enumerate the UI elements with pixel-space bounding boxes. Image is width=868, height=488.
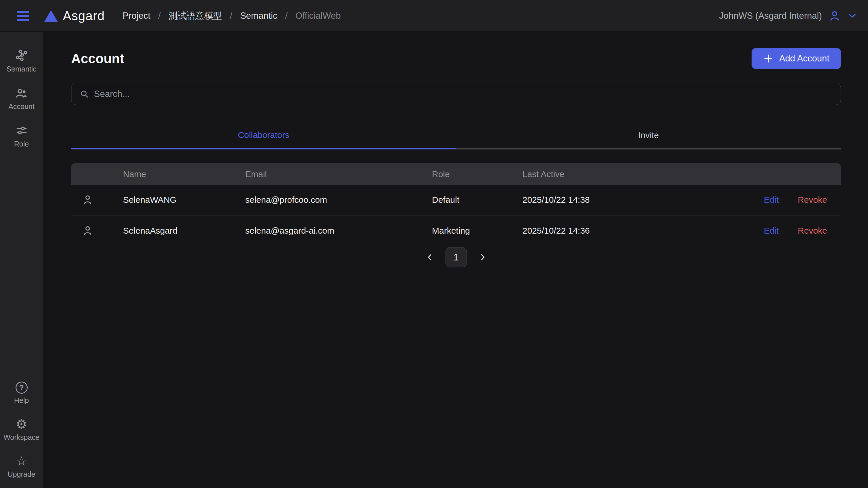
main-content: Account Add Account Collaborators Invite	[43, 32, 868, 488]
user-avatar-icon	[828, 9, 841, 22]
cell-last-active: 2025/10/22 14:36	[523, 226, 763, 236]
search-box	[71, 83, 841, 105]
column-header-name: Name	[123, 169, 245, 179]
sidebar-item-role[interactable]: Role	[0, 121, 43, 151]
sidebar-item-upgrade[interactable]: ☆ Upgrade	[0, 452, 43, 481]
tabs: Collaborators Invite	[71, 122, 841, 149]
cell-name: SelenaWANG	[123, 195, 245, 205]
sidebar-item-semantic[interactable]: Semantic	[0, 46, 43, 76]
pagination-prev-button[interactable]	[424, 251, 436, 263]
edit-link[interactable]: Edit	[764, 226, 779, 236]
app-name: Asgard	[63, 9, 104, 23]
sidebar-item-workspace[interactable]: ⚙ Workspace	[0, 415, 43, 444]
account-menu[interactable]: JohnWS (Asgard Internal)	[719, 9, 857, 22]
star-icon: ☆	[16, 455, 27, 467]
person-avatar-icon	[82, 225, 94, 237]
sidebar-label-semantic: Semantic	[6, 65, 36, 73]
column-header-role: Role	[432, 169, 523, 179]
breadcrumb-item-semantic[interactable]: Semantic	[240, 11, 277, 21]
pagination: 1	[71, 247, 841, 267]
sidebar-label-role: Role	[14, 140, 29, 148]
page-title: Account	[71, 51, 124, 66]
cell-email: selena@asgard-ai.com	[245, 226, 432, 236]
logo-triangle-icon	[44, 10, 58, 22]
cell-role: Marketing	[432, 226, 523, 236]
chevron-right-icon	[478, 253, 487, 262]
tab-invite[interactable]: Invite	[456, 122, 841, 149]
breadcrumb: Project / 測試語意模型 / Semantic / OfficialWe…	[122, 10, 341, 22]
table-row: SelenaAsgard selena@asgard-ai.com Market…	[71, 216, 841, 246]
breadcrumb-separator: /	[158, 11, 161, 21]
user-label: JohnWS (Asgard Internal)	[719, 11, 822, 21]
pagination-next-button[interactable]	[477, 251, 489, 263]
revoke-link[interactable]: Revoke	[798, 195, 827, 205]
revoke-link[interactable]: Revoke	[798, 226, 827, 236]
cell-email: selena@profcoo.com	[245, 195, 432, 205]
cell-name: SelenaAsgard	[123, 226, 245, 236]
menu-hamburger-icon[interactable]	[17, 11, 29, 21]
breadcrumb-separator: /	[230, 11, 232, 21]
column-header-last-active: Last Active	[523, 169, 763, 179]
semantic-graph-icon	[15, 49, 28, 62]
help-circle-icon: ?	[16, 381, 28, 394]
column-header-email: Email	[245, 169, 432, 179]
sidebar-label-upgrade: Upgrade	[8, 470, 35, 479]
breadcrumb-separator: /	[285, 11, 288, 21]
breadcrumb-item-model[interactable]: 測試語意模型	[168, 10, 222, 22]
breadcrumb-item-officialweb: OfficialWeb	[296, 11, 341, 21]
gear-icon: ⚙	[16, 418, 27, 431]
chevron-left-icon	[425, 253, 434, 262]
sidebar-label-account: Account	[8, 103, 34, 111]
sliders-icon	[15, 124, 28, 137]
table-row: SelenaWANG selena@profcoo.com Default 20…	[71, 185, 841, 216]
plus-icon	[763, 53, 773, 64]
chevron-down-icon	[847, 11, 857, 21]
sidebar-item-account[interactable]: Account	[0, 84, 43, 114]
top-header: Asgard Project / 測試語意模型 / Semantic / Off…	[0, 0, 868, 32]
edit-link[interactable]: Edit	[764, 195, 779, 205]
cell-role: Default	[432, 195, 523, 205]
search-icon	[80, 89, 89, 99]
tab-collaborators[interactable]: Collaborators	[71, 122, 456, 149]
breadcrumb-item-project[interactable]: Project	[122, 11, 150, 21]
sidebar-item-help[interactable]: ? Help	[0, 379, 43, 407]
add-account-button[interactable]: Add Account	[751, 48, 841, 69]
person-avatar-icon	[82, 194, 94, 206]
sidebar: Semantic Account Role	[0, 32, 43, 488]
accounts-table: Name Email Role Last Active SelenaWANG s…	[71, 163, 841, 246]
sidebar-label-workspace: Workspace	[3, 433, 39, 441]
search-input[interactable]	[94, 89, 833, 99]
table-header-row: Name Email Role Last Active	[71, 163, 841, 185]
pagination-page-1[interactable]: 1	[445, 247, 467, 267]
users-icon	[15, 87, 28, 100]
app-logo[interactable]: Asgard	[44, 9, 104, 23]
add-account-label: Add Account	[779, 53, 829, 64]
cell-last-active: 2025/10/22 14:38	[523, 195, 763, 205]
sidebar-label-help: Help	[14, 396, 29, 405]
